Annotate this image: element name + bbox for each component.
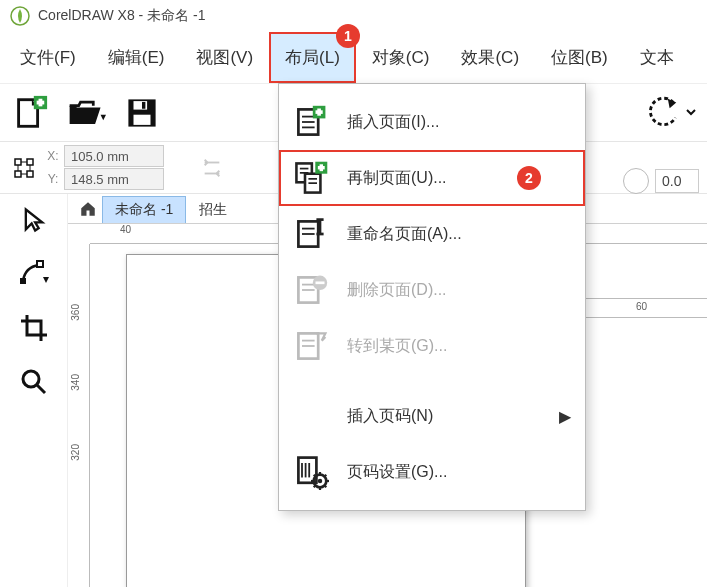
- menu-duplicate-page-label: 再制页面(U)...: [347, 168, 447, 189]
- svg-line-63: [314, 475, 316, 477]
- open-button[interactable]: [66, 93, 106, 133]
- svg-rect-4: [37, 100, 45, 104]
- blank-icon: [293, 398, 329, 434]
- ruler-vertical: 360 340 320: [68, 244, 90, 587]
- size-lock-icon: [200, 148, 224, 188]
- menu-edit[interactable]: 编辑(E): [92, 32, 181, 83]
- coord-group: X: Y:: [46, 145, 164, 190]
- menu-rename-page-label: 重命名页面(A)...: [347, 224, 462, 245]
- svg-rect-10: [27, 159, 33, 165]
- menu-object[interactable]: 对象(C): [356, 32, 446, 83]
- y-input[interactable]: [64, 168, 164, 190]
- tool-panel: [0, 194, 68, 587]
- delete-page-icon: [293, 272, 329, 308]
- goto-page-icon: [293, 328, 329, 364]
- menu-page-setup-label: 页码设置(G)...: [347, 462, 447, 483]
- rename-page-icon: [293, 216, 329, 252]
- shape-tool[interactable]: [16, 256, 52, 292]
- svg-rect-12: [27, 171, 33, 177]
- new-document-button[interactable]: [10, 93, 50, 133]
- svg-rect-8: [134, 114, 151, 124]
- position-icon: [10, 148, 38, 188]
- svg-rect-9: [15, 159, 21, 165]
- y-label: Y:: [46, 172, 60, 186]
- tab-second[interactable]: 招生: [186, 196, 240, 223]
- svg-rect-7: [142, 101, 145, 108]
- insert-page-icon: [293, 104, 329, 140]
- menu-text[interactable]: 文本: [624, 32, 690, 83]
- menu-insert-pagenum-label: 插入页码(N): [347, 406, 433, 427]
- save-button[interactable]: [122, 93, 162, 133]
- menu-page-setup[interactable]: 页码设置(G)...: [279, 444, 585, 500]
- svg-rect-11: [15, 171, 21, 177]
- ellipse-icon: [623, 168, 649, 194]
- svg-rect-49: [316, 281, 325, 284]
- svg-line-66: [325, 475, 327, 477]
- x-label: X:: [46, 149, 60, 163]
- svg-rect-20: [37, 261, 43, 267]
- menu-delete-page: 删除页面(D)...: [279, 262, 585, 318]
- menu-bar: 文件(F) 编辑(E) 视图(V) 布局(L) 1 对象(C) 效果(C) 位图…: [0, 32, 707, 84]
- svg-line-65: [314, 486, 316, 488]
- app-title: CorelDRAW X8 - 未命名 -1: [38, 7, 206, 25]
- tab-home-icon[interactable]: [74, 195, 102, 223]
- x-input[interactable]: [64, 145, 164, 167]
- page-setup-icon: [293, 454, 329, 490]
- menu-goto-page: 转到某页(G)...: [279, 318, 585, 374]
- menu-insert-pagenum[interactable]: 插入页码(N) ▶: [279, 388, 585, 444]
- layout-dropdown: 插入页面(I)... 再制页面(U)... 2: [278, 83, 586, 511]
- zoom-tool[interactable]: [16, 364, 52, 400]
- menu-bitmap[interactable]: 位图(B): [535, 32, 624, 83]
- svg-point-58: [318, 479, 323, 484]
- svg-rect-19: [20, 278, 26, 284]
- duplicate-page-icon: [293, 160, 329, 196]
- menu-goto-page-label: 转到某页(G)...: [347, 336, 447, 357]
- chevron-down-icon: [685, 106, 697, 118]
- menu-insert-page[interactable]: 插入页面(I)...: [279, 94, 585, 150]
- menu-delete-page-label: 删除页面(D)...: [347, 280, 447, 301]
- menu-rename-page[interactable]: 重命名页面(A)...: [279, 206, 585, 262]
- menu-view[interactable]: 视图(V): [180, 32, 269, 83]
- right-value[interactable]: 0.0: [655, 169, 699, 193]
- menu-layout[interactable]: 布局(L) 1: [269, 32, 356, 83]
- menu-effect[interactable]: 效果(C): [445, 32, 535, 83]
- submenu-arrow-icon: ▶: [559, 407, 571, 426]
- svg-rect-38: [318, 166, 325, 169]
- coreldraw-logo-icon: [10, 6, 30, 26]
- undo-dropdown[interactable]: [645, 95, 697, 129]
- right-field: 0.0: [623, 168, 699, 194]
- menu-duplicate-page[interactable]: 再制页面(U)... 2: [279, 150, 585, 206]
- menu-file[interactable]: 文件(F): [4, 32, 92, 83]
- pick-tool[interactable]: [16, 202, 52, 238]
- annotation-badge-2: 2: [517, 166, 541, 190]
- ruler-ext: 60: [586, 298, 707, 318]
- menu-insert-page-label: 插入页面(I)...: [347, 112, 439, 133]
- tab-unnamed[interactable]: 未命名 -1: [102, 196, 186, 223]
- svg-rect-29: [316, 110, 323, 114]
- svg-point-21: [23, 371, 39, 387]
- crop-tool[interactable]: [16, 310, 52, 346]
- svg-line-22: [37, 385, 45, 393]
- svg-line-64: [325, 486, 327, 488]
